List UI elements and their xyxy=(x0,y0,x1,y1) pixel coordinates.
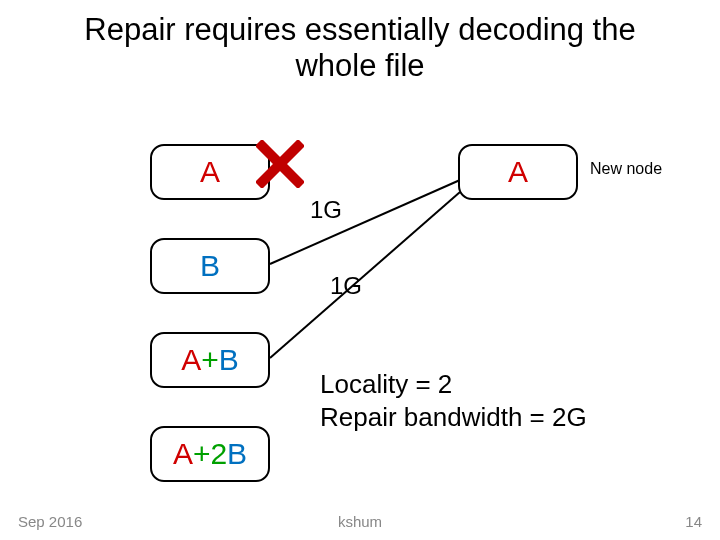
edge-label-bottom: 1G xyxy=(330,272,362,300)
a-plus-b-plus: + xyxy=(201,343,219,377)
caption: Locality = 2 Repair bandwidth = 2G xyxy=(320,368,587,433)
new-node-annotation: New node xyxy=(590,160,662,178)
a-plus-b-a: A xyxy=(181,343,201,377)
a-plus-2b-b: B xyxy=(227,437,247,471)
node-b: B xyxy=(150,238,270,294)
edge-label-top: 1G xyxy=(310,196,342,224)
slide-title: Repair requires essentially decoding the… xyxy=(0,12,720,83)
failed-cross-icon xyxy=(256,140,304,188)
a-plus-2b-2: 2 xyxy=(210,437,227,471)
title-line-1: Repair requires essentially decoding the xyxy=(84,12,635,47)
node-a-failed-label: A xyxy=(200,155,220,189)
a-plus-2b-a: A xyxy=(173,437,193,471)
footer-author: kshum xyxy=(0,513,720,530)
node-b-label: B xyxy=(200,249,220,283)
svg-line-1 xyxy=(270,192,460,358)
caption-line-1: Locality = 2 xyxy=(320,369,452,399)
node-a-new-label: A xyxy=(508,155,528,189)
node-a-new: A xyxy=(458,144,578,200)
title-line-2: whole file xyxy=(295,48,424,83)
a-plus-2b-plus: + xyxy=(193,437,211,471)
footer-page-number: 14 xyxy=(685,513,702,530)
node-a-plus-2b: A+2B xyxy=(150,426,270,482)
node-a-plus-b: A+B xyxy=(150,332,270,388)
caption-line-2: Repair bandwidth = 2G xyxy=(320,402,587,432)
node-a-failed: A xyxy=(150,144,270,200)
slide: Repair requires essentially decoding the… xyxy=(0,0,720,540)
svg-line-0 xyxy=(270,180,460,264)
a-plus-b-b: B xyxy=(219,343,239,377)
